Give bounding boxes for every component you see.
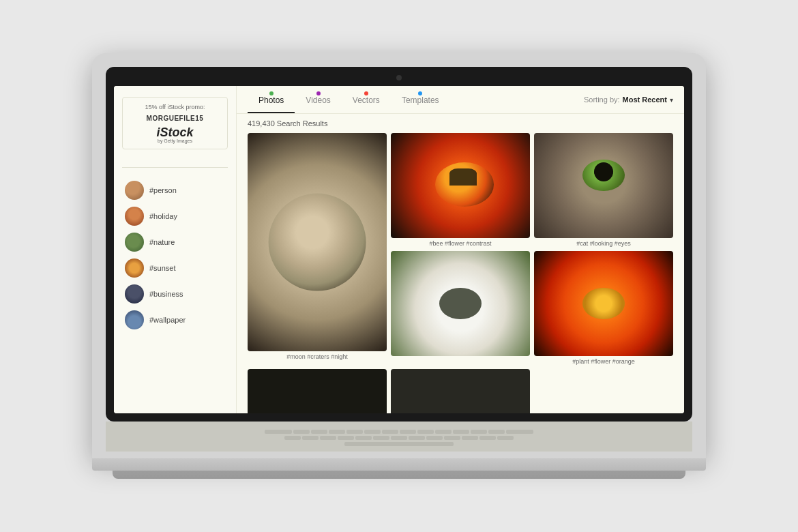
key [355, 436, 372, 440]
tag-orange-flower: #plant #flower #orange [534, 356, 673, 365]
tag-label-wallpaper: #wallpaper [149, 316, 186, 324]
key [265, 430, 292, 434]
key [488, 430, 505, 434]
key [453, 430, 469, 434]
sidebar-divider [122, 167, 228, 168]
tag-label-business: #business [149, 290, 183, 298]
tag-label-holiday: #holiday [149, 212, 177, 220]
key [479, 436, 496, 440]
tag-item-sunset[interactable]: #sunset [122, 255, 228, 281]
promo-code: MORGUEFILE15 [130, 115, 220, 122]
webcam [396, 75, 402, 80]
spacebar-key [344, 442, 454, 446]
top-bar: Photos Videos Vectors [237, 86, 684, 114]
sorting-bar[interactable]: Sorting by: Most Recent ▾ [584, 95, 673, 104]
tag-cat: #cat #looking #eyes [534, 238, 673, 247]
keyboard-row-3 [133, 442, 665, 446]
image-cat [534, 133, 673, 238]
vectors-dot [364, 91, 368, 95]
key [382, 430, 398, 434]
tab-photos[interactable]: Photos [248, 86, 295, 113]
avatar-business [125, 284, 144, 304]
key [364, 430, 381, 434]
tag-bee: #bee #flower #contrast [391, 238, 530, 247]
laptop-screen: 15% off iStock promo: MORGUEFILE15 iStoc… [114, 86, 684, 413]
laptop-foot [113, 471, 685, 479]
avatar-sunset [125, 258, 144, 278]
istock-logo-text: iStock [130, 126, 220, 138]
gallery-grid: #moon #craters #night #b [248, 133, 673, 413]
key [346, 430, 363, 434]
keyboard-area [106, 422, 692, 452]
chevron-down-icon: ▾ [670, 96, 673, 104]
tag-daisy [391, 356, 530, 358]
image-bee [391, 133, 530, 238]
keyboard-row-2 [133, 436, 665, 440]
gallery-item-bottom1[interactable] [248, 369, 387, 413]
key [426, 436, 443, 440]
key [329, 430, 345, 434]
istock-sub: by Getty Images [130, 138, 220, 143]
sorting-value: Most Recent [623, 95, 667, 104]
results-bar: 419,430 Search Results [237, 114, 684, 133]
laptop-base [92, 458, 706, 471]
key [400, 430, 416, 434]
key [444, 436, 460, 440]
tag-item-wallpaper[interactable]: #wallpaper [122, 307, 228, 333]
tag-item-person[interactable]: #person [122, 177, 228, 203]
avatar-wallpaper [125, 310, 144, 329]
laptop-container: 15% off iStock promo: MORGUEFILE15 iStoc… [92, 53, 706, 479]
image-bottom1 [248, 369, 387, 413]
sidebar: 15% off iStock promo: MORGUEFILE15 iStoc… [114, 86, 237, 413]
key [497, 436, 514, 440]
tabs: Photos Videos Vectors [248, 86, 450, 113]
key [409, 436, 425, 440]
main-content: Photos Videos Vectors [237, 86, 684, 413]
promo-banner: 15% off iStock promo: MORGUEFILE15 iStoc… [122, 97, 228, 149]
key [293, 430, 310, 434]
tag-item-nature[interactable]: #nature [122, 229, 228, 255]
gallery-item-daisy[interactable] [391, 251, 530, 365]
templates-dot [418, 91, 422, 95]
promo-text: 15% off iStock promo: [130, 103, 220, 112]
laptop-body: 15% off iStock promo: MORGUEFILE15 iStoc… [92, 53, 706, 458]
image-daisy [391, 251, 530, 356]
sorting-label: Sorting by: [584, 95, 620, 104]
tag-item-holiday[interactable]: #holiday [122, 203, 228, 229]
key [417, 430, 434, 434]
key [506, 430, 533, 434]
tag-item-business[interactable]: #business [122, 281, 228, 307]
tab-vectors[interactable]: Vectors [342, 86, 391, 113]
image-bottom3 [391, 369, 530, 413]
avatar-nature [125, 233, 144, 252]
gallery-item-bottom3[interactable] [391, 369, 530, 413]
results-label: Search Results [277, 119, 328, 128]
gallery-item-orange-flower[interactable]: #plant #flower #orange [534, 251, 673, 365]
avatar-person [125, 181, 144, 200]
tag-label-sunset: #sunset [149, 264, 176, 272]
tag-moon: #moon #craters #night [248, 351, 387, 360]
key [462, 436, 478, 440]
screen-bezel: 15% off iStock promo: MORGUEFILE15 iStoc… [106, 67, 692, 422]
tab-videos[interactable]: Videos [295, 86, 341, 113]
key [435, 430, 452, 434]
istock-logo: iStock by Getty Images [130, 126, 220, 143]
key [373, 436, 389, 440]
gallery: #moon #craters #night #b [237, 133, 684, 413]
photos-dot [269, 91, 274, 95]
key [471, 430, 487, 434]
gallery-item-cat[interactable]: #cat #looking #eyes [534, 133, 673, 247]
gallery-item-bee[interactable]: #bee #flower #contrast [391, 133, 530, 247]
gallery-item-moon[interactable]: #moon #craters #night [248, 133, 387, 365]
key [311, 430, 327, 434]
videos-dot [316, 91, 321, 95]
avatar-holiday [125, 207, 144, 226]
image-moon [248, 133, 387, 351]
key [302, 436, 319, 440]
keyboard-row-1 [133, 430, 665, 434]
key [338, 436, 354, 440]
tag-label-nature: #nature [149, 238, 175, 246]
key [320, 436, 336, 440]
results-count: 419,430 [248, 119, 275, 128]
tab-templates[interactable]: Templates [391, 86, 450, 113]
